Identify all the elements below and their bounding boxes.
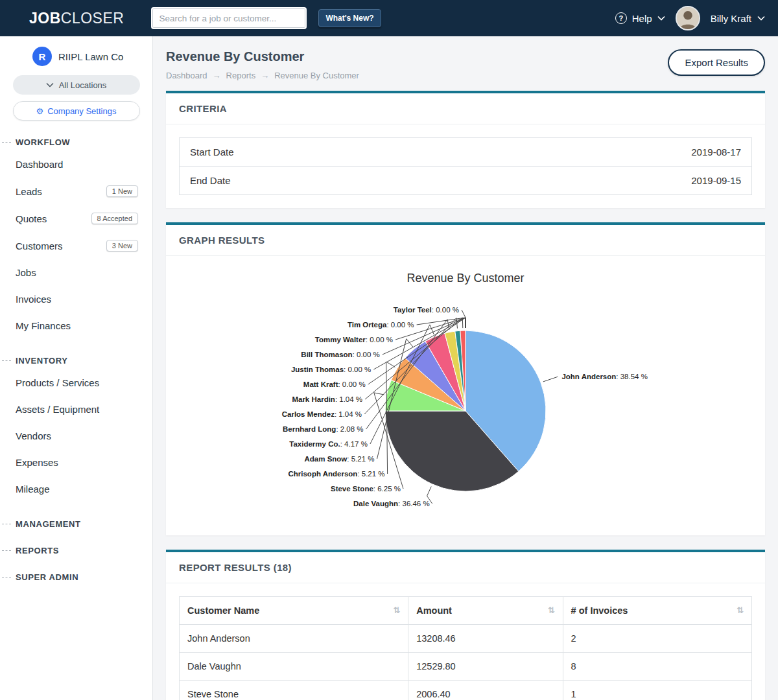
user-menu[interactable]: Billy Kraft	[711, 13, 765, 24]
sidebar-item-label: Invoices	[16, 294, 51, 305]
user-name: Billy Kraft	[711, 13, 751, 24]
section-dash-icon	[2, 142, 11, 143]
sidebar-item-label: Assets / Equipment	[16, 404, 99, 415]
table-body: John Anderson13208.462Dale Vaughn12529.8…	[180, 625, 752, 700]
help-label: Help	[632, 13, 652, 24]
sidebar-item-products-services[interactable]: Products / Services	[0, 369, 152, 396]
chevron-down-icon	[46, 82, 54, 88]
sidebar-item-jobs[interactable]: Jobs	[0, 259, 152, 286]
pie-label-carlos-mendez: Carlos Mendez: 1.04 %	[282, 410, 362, 418]
help-icon: ?	[615, 12, 627, 24]
main-content: Revenue By Customer Dashboard→Reports→Re…	[153, 36, 778, 700]
pie-label-taylor-teel: Taylor Teel: 0.00 %	[394, 306, 459, 314]
criteria-row-end-date: End Date2019-09-15	[180, 166, 751, 194]
pie-label-steve-stone: Steve Stone: 6.25 %	[331, 485, 401, 493]
breadcrumb: Dashboard→Reports→Revenue By Customer	[166, 71, 359, 80]
table-header-row: Customer Name⇅Amount⇅# of Invoices⇅	[180, 597, 752, 625]
table-cell: 13208.46	[408, 625, 563, 653]
pie-label-dale-vaughn: Dale Vaughn: 36.46 %	[353, 500, 430, 508]
sidebar-item-dashboard[interactable]: Dashboard	[0, 151, 152, 178]
navbar-right: ? Help Billy Kraft	[615, 6, 765, 30]
app-logo[interactable]: JOBCLOSER	[29, 10, 124, 27]
table-cell: Dale Vaughn	[180, 653, 408, 681]
section-label: WORKFLOW	[16, 137, 70, 147]
app-logo-bold: JOB	[29, 10, 61, 27]
breadcrumb-item-reports[interactable]: Reports	[226, 71, 256, 80]
criteria-label: End Date	[190, 175, 231, 186]
criteria-label: Start Date	[190, 146, 234, 158]
locations-dropdown[interactable]: All Locations	[13, 75, 140, 95]
sort-icon[interactable]: ⇅	[393, 605, 400, 615]
page-title: Revenue By Customer	[166, 49, 359, 64]
sidebar-item-vendors[interactable]: Vendors	[0, 423, 152, 449]
sidebar-section-reports[interactable]: REPORTS	[0, 546, 152, 555]
sidebar-item-label: Products / Services	[16, 377, 99, 388]
report-table: Customer Name⇅Amount⇅# of Invoices⇅ John…	[179, 596, 752, 700]
locations-label: All Locations	[59, 80, 107, 90]
pie-label-mark-hardin: Mark Hardin: 1.04 %	[292, 395, 362, 403]
table-row[interactable]: Steve Stone2006.401	[180, 681, 752, 700]
section-dash-icon	[2, 524, 11, 524]
column-header-customer-name[interactable]: Customer Name⇅	[180, 597, 408, 625]
column-header-of-invoices[interactable]: # of Invoices⇅	[563, 597, 751, 625]
pie-label-adam-snow: Adam Snow: 5.21 %	[304, 455, 374, 463]
sidebar-item-assets-equipment[interactable]: Assets / Equipment	[0, 396, 152, 423]
sidebar-item-customers[interactable]: Customers3 New	[0, 232, 152, 259]
sidebar-item-label: Vendors	[16, 430, 51, 441]
sidebar-item-invoices[interactable]: Invoices	[0, 286, 152, 312]
sidebar-section-super-admin[interactable]: SUPER ADMIN	[0, 572, 152, 582]
sort-icon[interactable]: ⇅	[548, 605, 555, 615]
sidebar-section-management[interactable]: MANAGEMENT	[0, 519, 152, 529]
table-cell: 8	[563, 653, 751, 681]
avatar-image	[677, 7, 699, 29]
column-header-amount[interactable]: Amount⇅	[408, 597, 563, 625]
column-header-label: # of Invoices	[571, 605, 628, 616]
sidebar-nav: WORKFLOWDashboardLeads1 NewQuotes8 Accep…	[0, 137, 152, 582]
breadcrumb-item-revenue-by-customer: Revenue By Customer	[274, 71, 359, 80]
section-label: INVENTORY	[16, 356, 68, 366]
pie-chart: Taylor Teel: 0.00 %Tim Ortega: 0.00 %Tom…	[179, 289, 752, 522]
sidebar-item-label: Dashboard	[16, 159, 63, 170]
export-results-button[interactable]: Export Results	[668, 49, 765, 76]
sidebar-item-leads[interactable]: Leads1 New	[0, 178, 152, 205]
report-card: REPORT RESULTS (18) Customer Name⇅Amount…	[166, 550, 765, 700]
graph-card: GRAPH RESULTS Revenue By Customer Taylor…	[166, 222, 765, 535]
sidebar-item-quotes[interactable]: Quotes8 Accepted	[0, 205, 152, 232]
sidebar-item-label: Quotes	[16, 213, 47, 224]
breadcrumb-arrow-icon: →	[261, 71, 269, 80]
chevron-down-icon	[757, 16, 765, 21]
sidebar-item-label: Customers	[16, 240, 63, 251]
gear-icon: ⚙	[36, 106, 44, 116]
top-navbar: JOBCLOSER What's New? ? Help Billy Kraft	[0, 0, 778, 36]
company-logo: R	[32, 47, 52, 66]
sidebar-item-label: Jobs	[16, 267, 36, 278]
column-header-label: Amount	[416, 605, 452, 616]
sidebar-section-inventory[interactable]: INVENTORY	[0, 356, 152, 366]
whats-new-button[interactable]: What's New?	[318, 9, 381, 27]
company-header[interactable]: R RIIPL Lawn Co	[0, 47, 152, 66]
label-connector-line	[543, 377, 558, 382]
section-dash-icon	[2, 360, 11, 361]
user-avatar[interactable]	[676, 6, 700, 30]
table-row[interactable]: Dale Vaughn12529.808	[180, 653, 752, 681]
sidebar-item-my-finances[interactable]: My Finances	[0, 312, 152, 339]
table-row[interactable]: John Anderson13208.462	[180, 625, 752, 653]
status-badge: 8 Accepted	[91, 213, 138, 224]
section-label: REPORTS	[16, 546, 59, 555]
help-menu[interactable]: ? Help	[615, 12, 665, 24]
pie-label-tim-ortega: Tim Ortega: 0.00 %	[348, 321, 414, 329]
breadcrumb-item-dashboard[interactable]: Dashboard	[166, 71, 207, 80]
company-settings-button[interactable]: ⚙ Company Settings	[13, 101, 140, 121]
chart-title: Revenue By Customer	[179, 272, 752, 285]
sidebar-item-expenses[interactable]: Expenses	[0, 449, 152, 476]
criteria-table: Start Date2019-08-17End Date2019-09-15	[179, 137, 752, 195]
pie-label-chrisoph-anderson: Chrisoph Anderson: 5.21 %	[288, 470, 384, 478]
search-input[interactable]	[151, 7, 307, 29]
status-badge: 1 New	[106, 185, 138, 197]
sort-icon[interactable]: ⇅	[737, 605, 744, 615]
sidebar-item-mileage[interactable]: Mileage	[0, 476, 152, 502]
criteria-card: CRITERIA Start Date2019-08-17End Date201…	[166, 91, 765, 208]
breadcrumb-arrow-icon: →	[213, 71, 221, 80]
sidebar-section-workflow[interactable]: WORKFLOW	[0, 137, 152, 147]
graph-card-title: GRAPH RESULTS	[166, 225, 765, 256]
